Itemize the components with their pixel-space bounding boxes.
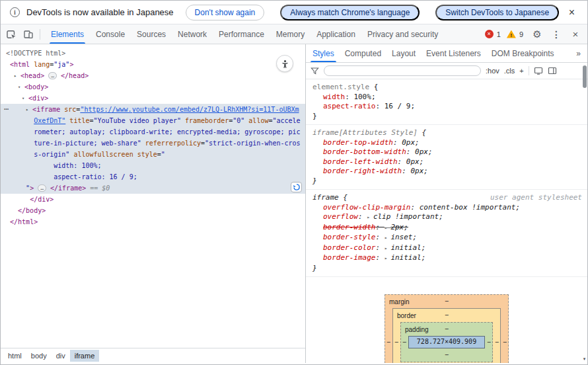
dom-tree-node[interactable]: ▸<iframe src="https://www.youtube.com/em… — [1, 104, 305, 115]
style-declaration[interactable]: width: 100%; — [312, 93, 582, 102]
style-declaration[interactable]: border-bottom-width: 0px; — [312, 147, 582, 157]
tab-privacy-and-security[interactable]: Privacy and security — [361, 24, 444, 44]
tab-performance[interactable]: Performance — [213, 24, 270, 44]
tab-layout[interactable]: Layout — [386, 44, 421, 62]
tab-elements[interactable]: Elements — [45, 24, 90, 44]
node-more-actions-icon[interactable]: ⋯ — [4, 104, 9, 115]
dom-tree-node[interactable]: ▾<body> — [1, 81, 305, 93]
tab-event-listeners[interactable]: Event Listeners — [421, 44, 486, 62]
breadcrumb-body[interactable]: body — [26, 350, 52, 362]
margin-top-value[interactable]: − — [445, 297, 449, 307]
token: : — [398, 157, 406, 166]
token: iframe — [312, 193, 339, 202]
border-left-value[interactable]: − — [394, 337, 398, 347]
dom-tree-node[interactable]: <!DOCTYPE html> — [1, 48, 305, 59]
breadcrumb-iframe[interactable]: iframe — [70, 350, 100, 362]
style-declaration[interactable]: border-right-width: 0px; — [312, 167, 582, 177]
accessibility-icon[interactable] — [276, 55, 293, 72]
style-declaration[interactable]: border-top-width: 0px; — [312, 138, 582, 148]
tab-network[interactable]: Network — [172, 24, 213, 44]
tab-computed[interactable]: Computed — [340, 44, 386, 62]
breadcrumb-html[interactable]: html — [3, 350, 26, 362]
styles-filter-input[interactable] — [324, 65, 481, 76]
tabs-overflow-chevron-icon[interactable]: » — [576, 44, 587, 62]
dom-tree-node[interactable]: aspect-ratio: 16 / 9; — [1, 171, 305, 182]
style-declaration[interactable]: aspect-ratio: 16 / 9; — [312, 102, 582, 112]
dom-tree-node[interactable]: "> … </iframe> == $0 — [1, 182, 305, 194]
toggle-classes-button[interactable]: .cls — [504, 67, 515, 75]
padding-bottom-value[interactable]: − — [445, 350, 449, 360]
style-declaration[interactable]: border-color: ▸ initial; — [312, 243, 582, 254]
dom-tree-node[interactable]: </html> — [1, 216, 305, 227]
scrollbar-thumb[interactable] — [583, 65, 587, 88]
dom-tree-node[interactable]: OxefDnT" title="YouTube video player" fr… — [1, 115, 305, 126]
match-language-button[interactable]: Always match Chrome's language — [280, 5, 420, 20]
panel-tabs: Elements Console Sources Network Perform… — [45, 24, 444, 44]
border-top-value[interactable]: − — [445, 311, 449, 321]
dom-tree-node[interactable]: width: 100%; — [1, 160, 305, 171]
settings-gear-icon[interactable]: ⚙ — [529, 26, 545, 42]
box-model-border[interactable]: border − − − − padding − − − − 728.727×4… — [392, 308, 501, 363]
infobar-message: DevTools is now available in Japanese — [26, 7, 174, 17]
toggle-hover-state-button[interactable]: :hov — [486, 67, 499, 75]
dom-tree-node[interactable]: ▸<head> … </head> — [1, 70, 305, 81]
tab-application[interactable]: Application — [311, 24, 361, 44]
margin-left-value[interactable]: − — [386, 337, 390, 347]
style-declaration[interactable]: overflow: ▸ clip !important; — [312, 212, 582, 223]
token: </iframe> — [46, 184, 86, 192]
rule-selector[interactable]: iframe { user agent stylesheet — [312, 193, 582, 203]
token: : — [375, 233, 384, 241]
scroll-down-arrow-icon[interactable]: ▾ — [581, 356, 587, 362]
margin-right-value[interactable]: − — [503, 337, 507, 347]
dom-tree-node[interactable]: rometer; autoplay; clipboard-write; encr… — [1, 126, 305, 138]
selected-dom-node[interactable]: ⋯ ▸<iframe src="https://www.youtube.com/… — [1, 104, 305, 194]
tab-sources[interactable]: Sources — [131, 24, 172, 44]
inspect-element-icon[interactable] — [3, 26, 19, 42]
breadcrumb-div[interactable]: div — [52, 350, 70, 362]
rule-selector[interactable]: element.style { — [312, 83, 582, 93]
dom-tree-node[interactable]: </body> — [1, 205, 305, 216]
style-declaration[interactable]: overflow-clip-margin: content-box !impor… — [312, 203, 582, 213]
frame-refresh-icon[interactable] — [291, 182, 302, 192]
dom-tree-node[interactable]: s-origin" allowfullscreen style=" — [1, 149, 305, 160]
tab-memory[interactable]: Memory — [270, 24, 311, 44]
switch-devtools-language-button[interactable]: Switch DevTools to Japanese — [435, 5, 559, 20]
padding-top-value[interactable]: − — [445, 325, 449, 335]
computed-sidebar-toggle-icon[interactable] — [548, 66, 557, 75]
error-count: 1 — [497, 30, 501, 38]
device-toolbar-icon[interactable] — [20, 26, 36, 42]
dom-tree-node[interactable]: </div> — [1, 194, 305, 205]
warning-icon[interactable]: ! — [507, 30, 516, 38]
tab-console[interactable]: Console — [90, 24, 131, 44]
dom-tree-node[interactable]: ▾<div> — [1, 93, 305, 104]
box-model-padding[interactable]: padding − − − − 728.727×409.909 — [400, 322, 493, 362]
dont-show-again-button[interactable]: Don't show again — [186, 5, 265, 20]
style-declaration[interactable]: border-width: ▸ 2px; — [312, 223, 582, 233]
rendering-emulations-icon[interactable] — [534, 66, 543, 75]
tab-dom-breakpoints[interactable]: DOM Breakpoints — [486, 44, 560, 62]
rule-declarations: border-top-width: 0px;border-bottom-widt… — [312, 138, 582, 177]
token: ; — [404, 223, 408, 231]
box-model-margin[interactable]: margin − − − − border − − − − padding − — [385, 294, 509, 363]
infobar-close-icon[interactable]: × — [566, 5, 578, 20]
box-model-content-size[interactable]: 728.727×409.909 — [408, 336, 485, 348]
dom-tree-node[interactable]: ture-in-picture; web-share" referrerpoli… — [1, 138, 305, 149]
style-declaration[interactable]: border-left-width: 0px; — [312, 157, 582, 167]
devtools-close-icon[interactable]: × — [568, 26, 583, 42]
new-style-rule-button[interactable]: + — [519, 67, 523, 75]
token: </body> — [18, 207, 46, 214]
token: referrerpolicy — [145, 140, 201, 147]
token: allow — [248, 117, 268, 124]
error-icon[interactable]: × — [485, 30, 494, 38]
tab-styles[interactable]: Styles — [307, 44, 340, 62]
more-options-kebab-icon[interactable]: ⋮ — [548, 26, 564, 42]
style-declaration[interactable]: border-style: ▸ inset; — [312, 233, 582, 243]
rule-selector[interactable]: iframe[Attributes Style] { — [312, 128, 582, 138]
border-right-value[interactable]: − — [495, 337, 499, 347]
style-declaration[interactable]: border-image: ▸ initial; — [312, 253, 582, 264]
token: border-color — [323, 243, 375, 252]
padding-label: padding — [405, 325, 429, 335]
padding-right-value[interactable]: − — [487, 337, 491, 347]
dom-tree-node[interactable]: <html lang="ja"> — [1, 59, 305, 70]
padding-left-value[interactable]: − — [402, 337, 406, 347]
